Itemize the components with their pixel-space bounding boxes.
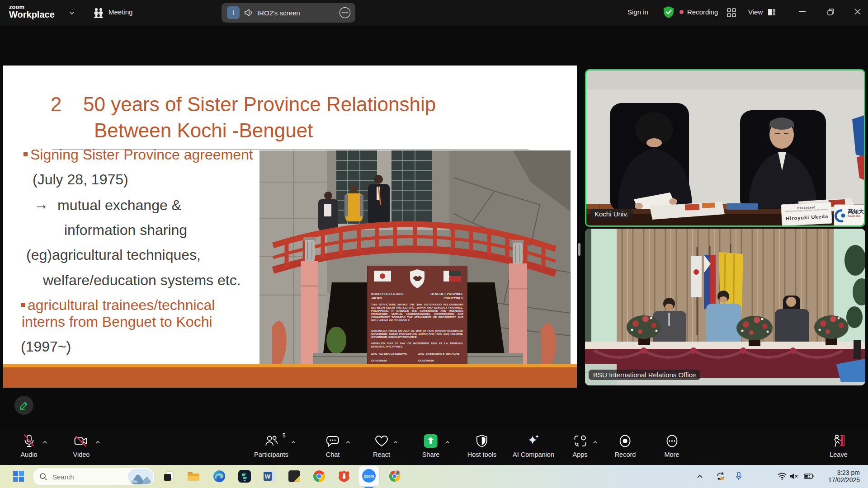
- tray-chevron-up[interactable]: [693, 469, 707, 483]
- participants-button[interactable]: 5 Participants: [254, 432, 288, 458]
- chrome-profile-button[interactable]: [387, 469, 402, 483]
- sign-in-button[interactable]: Sign in: [627, 8, 648, 16]
- svg-text:zoom: zoom: [364, 474, 374, 479]
- more-button[interactable]: More: [664, 432, 679, 458]
- view-layout-icon[interactable]: [767, 8, 776, 17]
- plaque-left-title2: JAPAN: [371, 296, 382, 300]
- tab-meeting[interactable]: Meeting: [108, 8, 132, 16]
- zoom-meeting-window: zoom Workplace Meeting I IRO2's screen S…: [0, 0, 868, 488]
- edge-button[interactable]: [212, 469, 226, 483]
- view-button[interactable]: View: [748, 8, 763, 16]
- search-input[interactable]: [52, 473, 121, 481]
- start-button[interactable]: [11, 469, 26, 483]
- tray-mic-icon[interactable]: [731, 469, 746, 483]
- zoom-app-button[interactable]: zoom: [362, 469, 376, 483]
- plaque-signature-left-title: GOVERNOR: [371, 359, 415, 362]
- chrome-icon: [313, 470, 326, 483]
- record-icon: [618, 434, 632, 448]
- recording-indicator[interactable]: Recording: [687, 8, 718, 16]
- kochi-logo-text: 高知大: [848, 208, 865, 215]
- mic-muted-icon: [22, 434, 36, 448]
- philippines-flag-icon: [443, 271, 461, 282]
- zoom-workplace-logo: zoom Workplace: [9, 4, 55, 19]
- audio-options-chevron-icon[interactable]: [42, 441, 47, 444]
- close-button[interactable]: [847, 0, 868, 23]
- slide-number: 2: [51, 93, 61, 116]
- chrome-profile-icon: [388, 470, 401, 483]
- kochi-feed-scene: [586, 70, 865, 227]
- japan-flag-icon: [374, 271, 391, 282]
- word-icon: W: [263, 470, 276, 483]
- record-button[interactable]: Record: [615, 432, 636, 458]
- slide-line: welfare/education systems etc.: [43, 272, 241, 289]
- leave-button[interactable]: Leave: [830, 432, 848, 458]
- apps-icon: [573, 434, 587, 448]
- bullet-square: [24, 152, 28, 156]
- windows-taskbar: W: [0, 465, 868, 488]
- tray-clock[interactable]: 3:23 pm 17/02/2025: [828, 469, 860, 483]
- filmora-button[interactable]: [237, 469, 252, 483]
- file-explorer-button[interactable]: [186, 469, 201, 483]
- tab-more-icon[interactable]: [339, 7, 351, 19]
- leave-icon: [831, 434, 846, 448]
- clock-time: 3:23 pm: [828, 469, 860, 476]
- handshake-shield-icon: [409, 269, 425, 289]
- heart-icon: [375, 435, 388, 447]
- apps-chevron-icon[interactable]: [592, 441, 598, 444]
- folder-icon: [187, 470, 200, 482]
- tray-volume-muted-icon[interactable]: [787, 469, 802, 483]
- word-button[interactable]: W: [262, 469, 277, 483]
- chrome-button[interactable]: [312, 469, 326, 483]
- host-tools-button[interactable]: Host tools: [467, 432, 496, 458]
- minimize-button[interactable]: [792, 0, 813, 23]
- video-button[interactable]: Video: [73, 432, 90, 458]
- audio-button[interactable]: Audio: [20, 432, 37, 458]
- plaque-signature-left: HON. DAIJIRO HASHIMOTO: [371, 353, 415, 356]
- apps-button[interactable]: Apps: [572, 432, 587, 458]
- leave-label: Leave: [830, 451, 848, 458]
- pencil-icon: [19, 400, 29, 410]
- more-label: More: [664, 451, 679, 458]
- ai-companion-button[interactable]: AI Companion: [513, 432, 554, 458]
- shield-check-icon[interactable]: [663, 6, 675, 19]
- task-view-icon: [163, 470, 175, 482]
- slide-title-line2: Between Kochi -Benguet: [94, 119, 313, 142]
- edge-icon: [213, 470, 226, 483]
- participant-name-label: BSU International Relations Office: [589, 370, 700, 380]
- slide-line: agricultural trainees/technical: [28, 297, 215, 314]
- brave-button[interactable]: [337, 469, 351, 483]
- tray-sync-icon[interactable]: [713, 469, 728, 483]
- chat-chevron-icon[interactable]: [345, 441, 351, 444]
- taskbar-search[interactable]: [33, 468, 155, 486]
- bullet-square: [21, 303, 25, 307]
- video-options-chevron-icon[interactable]: [95, 441, 101, 444]
- task-view-button[interactable]: [161, 469, 176, 483]
- react-chevron-icon[interactable]: [393, 441, 398, 444]
- react-button[interactable]: React: [373, 432, 390, 458]
- search-highlight-image[interactable]: [128, 469, 153, 484]
- record-label: Record: [615, 451, 636, 458]
- annotate-button[interactable]: [14, 396, 33, 415]
- share-screen-icon: [423, 433, 439, 449]
- chevron-down-icon[interactable]: [69, 11, 75, 15]
- maximize-button[interactable]: [820, 0, 841, 23]
- chat-button[interactable]: Chat: [326, 432, 340, 458]
- sticky-notes-button[interactable]: [287, 469, 302, 483]
- slide-accent-bar: [3, 367, 577, 388]
- video-feed-bsu[interactable]: BSU International Relations Office: [585, 229, 865, 385]
- participants-label: Participants: [254, 451, 288, 458]
- nameplate: President National University Corporatio…: [783, 205, 831, 226]
- share-chevron-icon[interactable]: [445, 441, 450, 444]
- video-feed-kochi[interactable]: President National University Corporatio…: [585, 69, 865, 227]
- panel-resize-handle[interactable]: [578, 243, 580, 256]
- share-button[interactable]: Share: [422, 432, 440, 458]
- participants-chevron-icon[interactable]: [291, 441, 296, 444]
- shared-screen-title: IRO2's screen: [257, 9, 300, 17]
- react-label: React: [373, 451, 390, 458]
- tab-shared-screen[interactable]: I IRO2's screen: [222, 3, 355, 23]
- participant-name-label: Kochi Univ.: [590, 209, 633, 219]
- plaque-right-title2: PHILIPPINES: [443, 296, 463, 300]
- tray-battery-icon[interactable]: [802, 469, 816, 483]
- plaque-paragraph3: UNVEILED THIS 22 DAY OF NOVEMBER 2005 AT…: [371, 342, 463, 348]
- apps-grid-icon[interactable]: [726, 8, 736, 18]
